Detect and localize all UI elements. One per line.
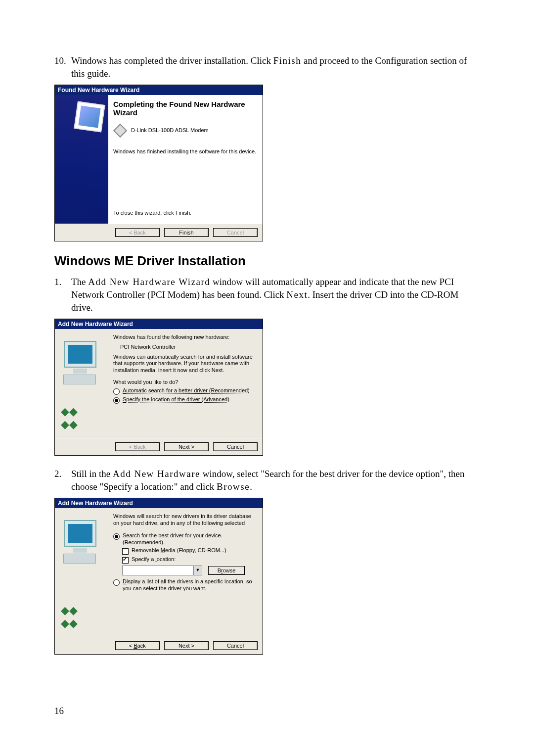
browse-button[interactable]: Browse — [208, 566, 245, 575]
dialog-right-pane: Windows will search for new drivers in i… — [108, 508, 263, 637]
chk-removable-label: Removable Media (Floppy, CD-ROM...) — [132, 547, 226, 554]
chips-icon — [61, 405, 76, 431]
option-search-best-driver[interactable]: Search for the best driver for your devi… — [113, 532, 257, 546]
autodesc-text: Windows can automatically search for and… — [113, 354, 257, 374]
chk-specify-label: Specify a location: — [132, 556, 176, 563]
install-done-text: Windows has finished installing the soft… — [113, 148, 257, 155]
back-button[interactable]: < Back — [115, 442, 160, 451]
option-display-list[interactable]: Display a list of all the drivers in a s… — [113, 578, 257, 592]
checkbox-removable-media[interactable]: Removable Media (Floppy, CD-ROM...) — [122, 547, 257, 555]
step2-wizard: Add New Hardware — [113, 469, 200, 479]
dialog-left-art — [55, 329, 108, 438]
step-text: The Add New Hardware Wizard window will … — [71, 276, 480, 314]
photo-art-icon — [74, 101, 105, 133]
opt-display-label: Display a list of all the drivers in a s… — [123, 578, 257, 592]
step-number: 2. — [54, 468, 71, 493]
dialog-button-row: < Back Next > Cancel — [55, 438, 263, 455]
radio-icon — [113, 579, 120, 586]
back-button[interactable]: < Back — [115, 641, 160, 650]
step-text: Windows has completed the driver install… — [71, 54, 480, 80]
step10-text-a: Windows has completed the driver install… — [71, 55, 273, 66]
intro-text: Windows will search for new drivers in i… — [113, 513, 257, 527]
dialog-add-new-hardware-search: Add New Hardware Wizard Windows will sea… — [54, 498, 263, 655]
dialog-heading: Completing the Found New Hardware Wizard — [113, 100, 257, 117]
checkbox-icon — [122, 548, 129, 555]
modem-icon — [113, 124, 127, 138]
location-combo-row: ▼ Browse — [122, 566, 257, 575]
back-button[interactable]: < Back — [115, 228, 160, 237]
document-page: 10. Windows has completed the driver ins… — [0, 0, 534, 756]
step2-text-c: . — [250, 481, 252, 492]
close-instruction-text: To close this wizard, click Finish. — [113, 210, 257, 217]
radio-icon — [113, 388, 120, 395]
computer-icon — [64, 341, 96, 384]
checkbox-icon — [122, 557, 129, 564]
step-1: 1. The Add New Hardware Wizard window wi… — [54, 276, 480, 314]
page-number: 16 — [54, 706, 64, 716]
found-text: Windows has found the following new hard… — [113, 334, 257, 341]
opt-search-label: Search for the best driver for your devi… — [123, 532, 257, 546]
location-combobox[interactable]: ▼ — [122, 566, 202, 575]
option-automatic-search[interactable]: Automatic search for a better driver (Re… — [113, 387, 257, 395]
cancel-button[interactable]: Cancel — [213, 228, 258, 237]
dialog-right-pane: Completing the Found New Hardware Wizard… — [108, 95, 263, 224]
computer-icon — [64, 520, 96, 564]
dialog-right-pane: Windows has found the following new hard… — [108, 329, 263, 438]
dialog-left-art — [55, 508, 108, 637]
opt-auto-label: Automatic search for a better driver (Re… — [123, 387, 250, 394]
cancel-button[interactable]: Cancel — [213, 442, 258, 451]
checkbox-specify-location[interactable]: Specify a location: — [122, 556, 257, 564]
step-text: Still in the Add New Hardware window, se… — [71, 468, 480, 493]
step1-wizard: Add New Hardware Wizard — [88, 277, 210, 287]
next-button[interactable]: Next > — [164, 442, 209, 451]
dialog-titlebar: Found New Hardware Wizard — [55, 85, 263, 95]
chips-icon — [61, 604, 76, 630]
radio-icon — [113, 533, 120, 540]
dialog-found-new-hardware-complete: Found New Hardware Wizard Completing the… — [54, 85, 263, 241]
radio-icon — [113, 397, 120, 404]
dialog-add-new-hardware-found: Add New Hardware Wizard Windows has foun… — [54, 319, 263, 456]
step2-text-a: Still in the — [71, 469, 113, 479]
finish-button[interactable]: Finish — [164, 228, 209, 237]
next-button[interactable]: Next > — [164, 641, 209, 650]
step1-text-a: The — [71, 277, 88, 287]
chevron-down-icon: ▼ — [193, 566, 202, 575]
step1-next: Next — [286, 289, 308, 300]
step-number: 1. — [54, 276, 71, 314]
dialog-titlebar: Add New Hardware Wizard — [55, 319, 263, 329]
dialog-button-row: < Back Finish Cancel — [55, 224, 263, 241]
step2-browse: Browse — [217, 481, 250, 492]
dialog-left-art — [55, 95, 108, 224]
dialog-button-row: < Back Next > Cancel — [55, 637, 263, 654]
dialog-titlebar: Add New Hardware Wizard — [55, 498, 263, 508]
step10-finish: Finish — [273, 55, 302, 66]
section-heading-windows-me: Windows ME Driver Installation — [54, 253, 480, 269]
option-specify-location[interactable]: Specify the location of the driver (Adva… — [113, 396, 257, 404]
step-2: 2. Still in the Add New Hardware window,… — [54, 468, 480, 493]
cancel-button[interactable]: Cancel — [213, 641, 258, 650]
step-10: 10. Windows has completed the driver ins… — [54, 54, 480, 80]
step-number: 10. — [54, 54, 71, 80]
device-name: D-Link DSL-100D ADSL Modem — [131, 127, 209, 134]
device-name: PCI Network Controller — [120, 344, 257, 351]
opt-spec-label: Specify the location of the driver (Adva… — [123, 396, 229, 403]
what-text: What would you like to do? — [113, 379, 257, 386]
